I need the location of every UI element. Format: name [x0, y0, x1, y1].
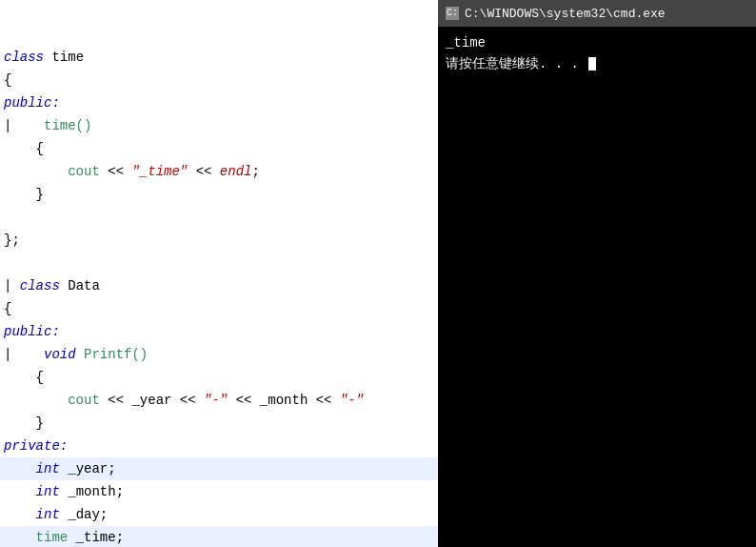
cmd-icon: C: [446, 7, 459, 20]
code-token: { [4, 69, 11, 91]
cmd-output-line1: _time [446, 32, 748, 53]
code-line: | class Data [0, 274, 438, 297]
code-editor: class time{public:| time() { cout << "_t… [0, 0, 438, 547]
code-token: << [188, 160, 220, 183]
code-line [0, 252, 438, 274]
code-line: }; [0, 229, 438, 252]
code-token: | [4, 114, 20, 137]
code-line: { [0, 137, 438, 160]
code-token [4, 457, 36, 480]
code-token: << _month << [228, 389, 340, 412]
code-token: { [4, 137, 44, 160]
code-token: cout [68, 160, 100, 183]
code-line: { [0, 69, 438, 91]
code-token: }; [4, 229, 20, 252]
code-line: cout << _year << "-" << _month << "-" [0, 389, 438, 412]
code-token [4, 480, 36, 503]
code-line: time _time; [0, 526, 438, 547]
code-token: "_time" [131, 160, 188, 183]
code-token: int [36, 480, 60, 503]
code-token: private: [4, 435, 68, 457]
code-line: { [0, 366, 438, 389]
code-line: class time [0, 46, 438, 69]
code-token [4, 526, 36, 547]
cmd-title-text: C:\WINDOWS\system32\cmd.exe [465, 7, 666, 21]
code-line: int _day; [0, 503, 438, 526]
cmd-pane: C: C:\WINDOWS\system32\cmd.exe _time 请按任… [438, 0, 756, 547]
code-token: Printf() [76, 343, 149, 366]
code-line: int _month; [0, 480, 438, 503]
cursor [588, 57, 596, 71]
code-token: void [20, 343, 76, 366]
code-line: cout << "_time" << endl; [0, 160, 438, 183]
code-token: public: [4, 320, 60, 343]
code-token: int [36, 457, 60, 480]
code-token: "-" [204, 389, 228, 412]
code-token: public: [4, 91, 60, 114]
code-token: _year; [60, 457, 116, 480]
code-token: } [4, 412, 44, 435]
code-token: ; [251, 160, 259, 183]
code-token: "-" [340, 389, 364, 412]
code-token: << _year << [100, 389, 204, 412]
code-token: _time; [68, 526, 124, 547]
code-token: class [20, 274, 68, 297]
code-token: } [4, 183, 44, 206]
code-token: class [4, 46, 51, 69]
code-token: Data [68, 274, 100, 297]
code-line: | time() [0, 114, 438, 137]
code-token [4, 389, 68, 412]
cmd-body: _time 请按任意键继续. . . [438, 27, 756, 547]
code-line: public: [0, 91, 438, 114]
code-content: class time{public:| time() { cout << "_t… [0, 0, 438, 547]
code-token: | [4, 343, 20, 366]
code-token: { [4, 297, 11, 320]
code-token [4, 160, 68, 183]
code-line: } [0, 183, 438, 206]
code-line: } [0, 412, 438, 435]
code-token: | [4, 274, 20, 297]
code-token: cout [68, 389, 100, 412]
code-line: | void Printf() [0, 343, 438, 366]
code-token: { [4, 366, 44, 389]
cmd-titlebar: C: C:\WINDOWS\system32\cmd.exe [438, 0, 756, 27]
code-line [0, 206, 438, 229]
code-token: << [100, 160, 132, 183]
code-token: time [36, 526, 69, 547]
cmd-output-line2: 请按任意键继续. . . [446, 53, 748, 74]
code-line: public: [0, 320, 438, 343]
code-token: _month; [60, 480, 124, 503]
code-token: endl [220, 160, 252, 183]
code-token: int [36, 503, 60, 526]
code-line: { [0, 297, 438, 320]
code-line: int _year; [0, 457, 438, 480]
code-token: time() [20, 114, 92, 137]
code-token [4, 503, 36, 526]
code-token: time [51, 46, 84, 69]
code-line: private: [0, 435, 438, 457]
code-token: _day; [60, 503, 108, 526]
